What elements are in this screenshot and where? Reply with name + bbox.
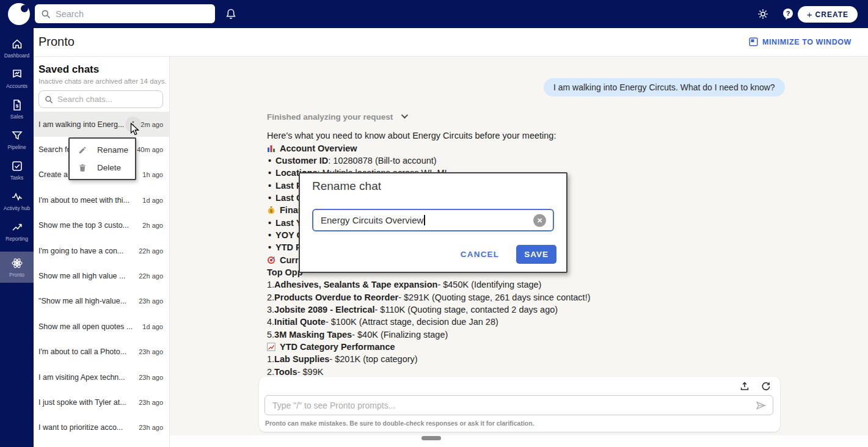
accounts-icon <box>11 68 23 81</box>
message-text: 3. <box>267 305 274 314</box>
sales-icon: $ <box>11 99 23 111</box>
saved-chat-timestamp: 22h ago <box>139 247 163 255</box>
pipeline-icon <box>11 129 23 142</box>
message-text: 1. <box>267 280 274 289</box>
analysis-status-label: Finished analyzing your request <box>267 112 393 122</box>
refresh-icon[interactable] <box>760 381 771 392</box>
modal-actions: CANCEL SAVE <box>457 245 556 264</box>
message-text: Top Opp <box>267 267 303 277</box>
bullet: • <box>268 230 271 240</box>
message-text: - $110K (Quoting stage, contacted 2 days… <box>375 305 558 314</box>
pencil-icon <box>78 146 87 154</box>
saved-chat-item[interactable]: Show me the top 3 custo...2h ago <box>34 213 169 238</box>
global-search-input[interactable]: Search <box>35 4 215 23</box>
prompt-input[interactable]: Type "/" to see Pronto prompts... <box>264 395 773 415</box>
global-search-placeholder: Search <box>56 9 84 19</box>
save-button[interactable]: SAVE <box>516 245 556 264</box>
context-menu-label: Delete <box>97 163 121 172</box>
page-title: Pronto <box>38 35 75 49</box>
sidebar-item-tasks[interactable]: Tasks <box>0 155 34 186</box>
rename-chat-modal: Rename chat Energy Circuits Overview ✕ C… <box>299 172 567 273</box>
message-text: - $291K (Quoting stage, 261 days since c… <box>398 293 590 302</box>
saved-chat-label: I'm about to meet with thi... <box>38 196 140 205</box>
chat-search-input[interactable]: Search chats... <box>38 90 163 108</box>
scrollbar-handle[interactable] <box>421 436 441 440</box>
sidebar-item-dashboard[interactable]: Dashboard <box>0 33 34 64</box>
export-icon[interactable] <box>739 381 750 392</box>
chat-name-input[interactable]: Energy Circuits Overview ✕ <box>312 209 554 231</box>
saved-chat-timestamp: 23h ago <box>139 348 163 355</box>
saved-chats-panel: Saved chats Inactive chats are archived … <box>34 57 170 447</box>
saved-chat-item[interactable]: I want to prioritize acco...23h ago <box>34 415 169 440</box>
sidebar-item-reporting[interactable]: Reporting <box>0 216 34 247</box>
message-text: 2. <box>267 367 274 377</box>
saved-chat-timestamp: 23h ago <box>139 374 163 381</box>
saved-chats-title: Saved chats <box>38 64 99 76</box>
message-line: •Customer ID: 10280878 (Bill-to account) <box>267 154 774 167</box>
saved-chat-item[interactable]: Show me all high value ...22h ago <box>34 263 169 288</box>
svg-text:$: $ <box>15 103 18 109</box>
bullet: • <box>268 242 271 252</box>
saved-chat-item[interactable]: I'm about to call a Photo...23h ago <box>34 340 169 365</box>
saved-chat-label: Show me all high value ... <box>38 272 136 280</box>
text-caret <box>424 215 425 225</box>
saved-chat-label: I am visiting Apex techn... <box>38 373 136 382</box>
gear-icon[interactable] <box>757 8 769 20</box>
clear-input-icon[interactable]: ✕ <box>533 214 546 227</box>
saved-chat-item[interactable]: I'm going to have a con...22h ago <box>34 238 169 263</box>
sidebar-item-label: Reporting <box>5 236 28 242</box>
message-text: Lab Supplies <box>274 354 329 364</box>
sidebar-item-label: Pipeline <box>7 144 26 150</box>
saved-chat-item[interactable]: I am walking into Energ...⋮12m ago <box>34 112 169 137</box>
context-menu-item-rename[interactable]: Rename <box>70 141 135 159</box>
app-logo <box>8 3 30 25</box>
message-line: 1. Adhesives, Sealants & Tape expansion … <box>267 278 774 291</box>
send-icon[interactable] <box>756 400 767 411</box>
saved-chat-item[interactable]: I'm about to meet with thi...1d ago <box>34 187 169 213</box>
tasks-icon <box>11 160 23 172</box>
saved-chat-item[interactable]: Show me all open quotes ...1d ago <box>34 314 169 339</box>
saved-chat-label: I just spoke with Tyler at... <box>38 398 136 407</box>
saved-chat-timestamp: 23h ago <box>139 399 163 406</box>
message-text: - $99K <box>297 367 324 377</box>
message-text: Tools <box>274 367 297 377</box>
sidebar-item-sales[interactable]: $Sales <box>0 94 34 125</box>
bullet: • <box>268 218 271 228</box>
saved-chat-timestamp: 40m ago <box>137 146 163 153</box>
sidebar-item-activity-hub[interactable]: Activity hub <box>0 186 34 216</box>
saved-chat-timestamp: 1h ago <box>142 171 163 178</box>
saved-chat-timestamp: 1d ago <box>142 197 163 204</box>
saved-chat-timestamp: 1d ago <box>142 323 163 330</box>
sidebar-item-label: Accounts <box>6 83 27 89</box>
saved-chat-item[interactable]: I just spoke with Tyler at...23h ago <box>34 390 169 415</box>
bullet: • <box>268 181 271 191</box>
money-bag-icon: $ <box>267 206 275 214</box>
minimize-to-window-button[interactable]: MINIMIZE TO WINDOW <box>749 37 852 46</box>
bell-icon[interactable] <box>225 8 237 20</box>
saved-chat-item[interactable]: I am visiting Apex techn...23h ago <box>34 365 169 390</box>
target-icon <box>267 256 275 264</box>
saved-chat-label: Show me the top 3 custo... <box>38 221 140 230</box>
message-text: Last Y <box>275 218 302 228</box>
message-line: YTD Category Performance <box>267 341 774 353</box>
analysis-status[interactable]: Finished analyzing your request <box>267 112 406 122</box>
help-icon[interactable]: ? <box>782 8 794 20</box>
sidebar-item-pronto[interactable]: Pronto <box>0 252 34 283</box>
message-text: 5. <box>267 330 274 340</box>
message-text: Adhesives, Sealants & Tape expansion <box>274 280 437 289</box>
context-menu-item-delete[interactable]: Delete <box>70 159 135 176</box>
create-button[interactable]: +CREATE <box>798 6 858 23</box>
saved-chat-item[interactable]: "Show me all high-value...23h ago <box>34 289 169 314</box>
chevron-down-icon <box>401 111 408 118</box>
cancel-button[interactable]: CANCEL <box>457 249 503 260</box>
sidebar-item-accounts[interactable]: Accounts <box>0 64 34 94</box>
sidebar-item-label: Pronto <box>9 272 24 278</box>
message-line: 4. Initial Quote - $100K (Attract stage,… <box>267 316 774 328</box>
composer-disclaimer: Pronto can make mistakes. Be sure to dou… <box>265 420 534 427</box>
bullet: • <box>268 193 271 203</box>
message-text: Here's what you need to know about Energ… <box>267 131 556 140</box>
sidebar-item-pipeline[interactable]: Pipeline <box>0 125 34 155</box>
message-text: Products Overdue to Reorder <box>274 293 398 302</box>
message-text: - $100K (Attract stage, decision due Jan… <box>326 317 498 327</box>
message-text: Customer ID <box>275 156 328 165</box>
